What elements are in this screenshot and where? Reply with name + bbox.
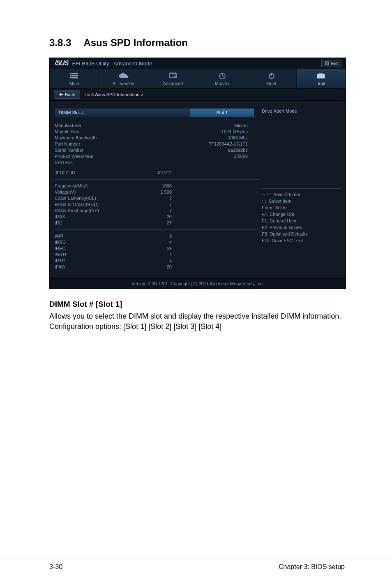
tab-tool[interactable]: Tool xyxy=(297,69,346,88)
divider xyxy=(262,188,341,189)
info-label: tWTR xyxy=(55,252,141,258)
bios-window: /SUS EFI BIOS Utility - Advanced Mode Ex… xyxy=(49,58,346,289)
info-value: TF12864AZ-1G1F1 xyxy=(141,141,248,147)
info-value: 4 xyxy=(141,252,172,258)
tab-label: Main xyxy=(50,81,99,86)
tab-advanced[interactable]: Advanced xyxy=(148,69,198,88)
info-row: tWR8 xyxy=(55,233,258,239)
power-icon xyxy=(268,72,275,79)
right-pane: Drive Xpert Mode →←: Select Screen↑↓: Se… xyxy=(262,105,341,270)
svg-rect-19 xyxy=(320,73,322,74)
subsection-heading: DIMM Slot # [Slot 1] xyxy=(49,300,345,309)
help-line: →←: Select Screen xyxy=(262,191,341,198)
bios-title: EFI BIOS Utility - Advanced Mode xyxy=(72,60,152,67)
section-number: 3.8.3 xyxy=(49,37,71,49)
info-value: 2/2009 xyxy=(141,153,248,160)
tab-ai-tweaker[interactable]: Ai Tweaker xyxy=(99,69,148,88)
help-line: F2: Previous Values xyxy=(262,224,341,231)
chip-icon xyxy=(169,72,177,79)
info-value: 1.500 xyxy=(141,189,172,195)
nav-tabs: Main Ai Tweaker Advanced Monitor Boot To… xyxy=(50,69,346,88)
info-label: tRTP xyxy=(55,258,141,264)
tab-monitor[interactable]: Monitor xyxy=(198,69,247,88)
help-line: F10: Save ESC: Exit xyxy=(262,237,341,244)
svg-rect-3 xyxy=(70,75,71,76)
info-label: Maximum Bandwidth xyxy=(55,135,141,141)
info-row: Module Size1024 MBytes xyxy=(55,129,258,135)
divider xyxy=(55,179,258,180)
info-row: Frequency(Mhz)1066 xyxy=(55,183,258,189)
back-button[interactable]: Back xyxy=(54,90,80,99)
info-label: CAS# Lantency(tCL) xyxy=(55,195,141,201)
dimm-slot-selector[interactable]: DIMM Slot # Slot 1 xyxy=(55,109,258,117)
svg-rect-6 xyxy=(72,77,78,78)
info-row: tRRD4 xyxy=(55,239,258,245)
info-label: tRFC xyxy=(55,245,141,252)
info-value: ea19a0bc xyxy=(141,147,248,153)
info-label: tFAW xyxy=(55,264,141,270)
dimm-slot-value: Slot 1 xyxy=(190,109,254,117)
tab-label: Monitor xyxy=(198,81,247,86)
toolbox-icon xyxy=(316,72,325,79)
info-label: Serial Number xyxy=(55,147,141,153)
info-block-timings-1: Frequency(Mhz)1066Voltage(V)1.500CAS# La… xyxy=(55,183,258,226)
tab-main[interactable]: Main xyxy=(50,69,99,88)
subsection-body: Allows you to select the DIMM slot and d… xyxy=(49,311,345,332)
help-line: F5: Optimized Defaults xyxy=(262,231,341,237)
tab-label: Ai Tweaker xyxy=(99,81,148,86)
info-value: 7 xyxy=(141,201,172,208)
help-line: F1: General Help xyxy=(262,217,341,224)
tab-label: Advanced xyxy=(148,81,197,86)
info-row: tRTP4 xyxy=(55,258,258,264)
info-row: Part NumberTF12864AZ-1G1F1 xyxy=(55,141,258,147)
info-block-timings-2: tWR8tRRD4tRFC59tWTR4tRTP4tFAW20 xyxy=(55,233,258,270)
breadcrumb-prefix: Tool\ xyxy=(84,92,95,97)
help-title: Drive Xpert Mode xyxy=(262,109,341,113)
info-value: 8 xyxy=(141,233,172,239)
info-label: tRC xyxy=(55,220,141,226)
jedec-label: JEDEC ID xyxy=(55,170,141,176)
breadcrumb-row: Back Tool\ Asus SPD Information > xyxy=(50,88,346,101)
tab-boot[interactable]: Boot xyxy=(247,69,297,88)
info-label: Product Week/Year xyxy=(55,153,141,160)
exit-icon xyxy=(325,61,329,65)
cloud-icon xyxy=(119,73,129,79)
info-label: Voltage(V) xyxy=(55,189,141,195)
tab-label: Tool xyxy=(297,81,346,86)
svg-rect-4 xyxy=(72,75,78,76)
section-title: Asus SPD Information xyxy=(83,37,187,48)
info-row: Serial Numberea19a0bc xyxy=(55,147,258,153)
info-label: tWR xyxy=(55,233,141,239)
info-row: tFAW20 xyxy=(55,264,258,270)
info-label: Manufacturer xyxy=(55,123,141,129)
info-value: 7 xyxy=(141,208,172,214)
info-label: RAS# Precharge(tRP) xyxy=(55,208,141,214)
back-arrow-icon xyxy=(59,93,63,96)
info-label: tRAS xyxy=(55,214,141,220)
svg-rect-2 xyxy=(72,73,78,74)
info-label: Module Size xyxy=(55,129,141,135)
left-pane: DIMM Slot # Slot 1 ManufacturerMicronMod… xyxy=(55,105,258,270)
info-value: 4 xyxy=(141,239,172,245)
section-heading: 3.8.3Asus SPD Information xyxy=(49,37,345,49)
info-label: Part Number xyxy=(55,141,141,147)
svg-rect-1 xyxy=(70,73,71,74)
bios-footer: Version 2.00.1201. Copyright (C) 2011 Am… xyxy=(50,278,346,289)
jedec-value: JEDEC xyxy=(141,170,172,176)
info-row: tRC27 xyxy=(55,220,258,226)
info-row: tRAS20 xyxy=(55,214,258,220)
tab-label: Boot xyxy=(247,81,296,86)
info-value: 1066 xyxy=(141,183,172,189)
exit-button[interactable]: Exit xyxy=(321,60,342,67)
info-row: Maximum Bandwidth1066 Mhz xyxy=(55,135,258,141)
info-row: ManufacturerMicron xyxy=(55,123,258,129)
divider xyxy=(55,229,258,230)
svg-rect-5 xyxy=(70,77,71,78)
info-label: Frequency(Mhz) xyxy=(55,183,141,189)
back-label: Back xyxy=(65,92,75,97)
info-label: SPD Ext. xyxy=(55,160,141,166)
list-icon xyxy=(70,73,78,79)
info-value: 59 xyxy=(141,245,172,252)
info-value: 7 xyxy=(141,195,172,201)
info-value: 20 xyxy=(141,214,172,220)
